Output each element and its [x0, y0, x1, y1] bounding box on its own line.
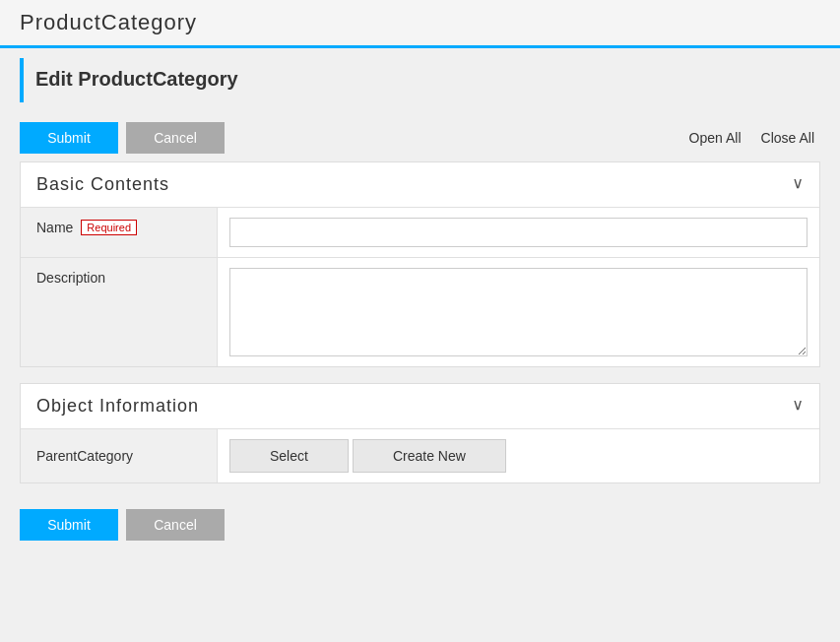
name-input-cell	[218, 208, 819, 257]
object-information-header[interactable]: Object Information ∧	[21, 384, 819, 429]
parent-category-label: ParentCategory	[21, 429, 218, 482]
name-label-cell: Name Required	[21, 208, 218, 257]
basic-contents-card: Basic Contents ∧ Name Required	[20, 161, 820, 367]
name-label: Name	[36, 220, 73, 235]
toolbar-right: Open All Close All	[683, 126, 820, 150]
page-title: Edit ProductCategory	[35, 68, 238, 91]
parent-category-row: ParentCategory Select Create New	[21, 429, 819, 482]
description-textarea[interactable]	[229, 268, 808, 356]
cancel-button-bottom[interactable]: Cancel	[126, 509, 225, 541]
name-input[interactable]	[229, 218, 808, 247]
cancel-button-top[interactable]: Cancel	[126, 122, 225, 154]
object-information-card: Object Information ∧ ParentCategory Sele…	[20, 383, 820, 483]
description-label-cell: Description	[21, 258, 218, 366]
object-information-title: Object Information	[36, 396, 199, 417]
name-required-badge: Required	[81, 220, 137, 235]
toolbar-left: Submit Cancel	[20, 122, 225, 154]
object-information-body: ParentCategory Select Create New	[21, 429, 819, 482]
object-information-chevron: ∧	[792, 397, 804, 416]
description-label: Description	[36, 270, 105, 286]
description-input-cell	[218, 258, 819, 366]
submit-button-top[interactable]: Submit	[20, 122, 118, 154]
close-all-button[interactable]: Close All	[755, 126, 820, 150]
app-title: ProductCategory	[20, 10, 197, 34]
submit-button-bottom[interactable]: Submit	[20, 509, 118, 541]
main-content: Edit ProductCategory Submit Cancel Open …	[0, 48, 840, 642]
basic-contents-chevron: ∧	[792, 175, 804, 194]
open-all-button[interactable]: Open All	[683, 126, 747, 150]
create-new-button[interactable]: Create New	[353, 439, 506, 473]
toolbar: Submit Cancel Open All Close All	[20, 114, 820, 161]
top-bar: ProductCategory	[0, 0, 840, 48]
basic-contents-title: Basic Contents	[36, 174, 169, 195]
page-header: Edit ProductCategory	[20, 58, 820, 102]
select-button[interactable]: Select	[229, 439, 349, 473]
parent-category-buttons: Select Create New	[218, 429, 819, 482]
basic-contents-body: Name Required Description	[21, 208, 819, 366]
basic-contents-header[interactable]: Basic Contents ∧	[21, 162, 819, 208]
name-row: Name Required	[21, 208, 819, 258]
app-container: ProductCategory Edit ProductCategory Sub…	[0, 0, 840, 642]
bottom-toolbar: Submit Cancel	[20, 499, 820, 541]
description-row: Description	[21, 258, 819, 366]
